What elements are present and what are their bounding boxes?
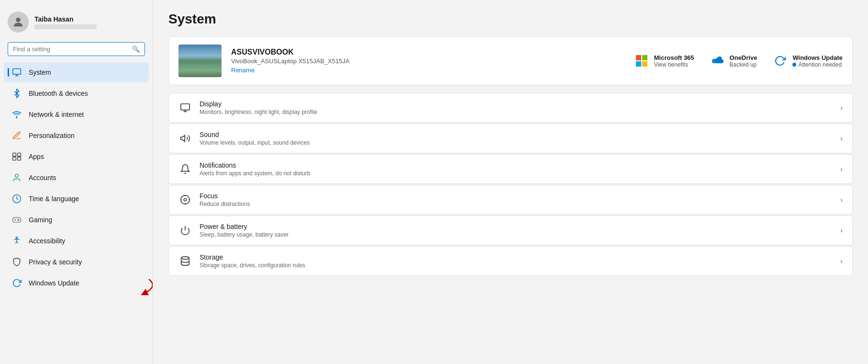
power-desc: Sleep, battery usage, battery saver: [200, 231, 833, 238]
gaming-icon: [11, 215, 22, 225]
settings-item-power[interactable]: Power & battery Sleep, battery usage, ba…: [168, 216, 853, 245]
power-info: Power & battery Sleep, battery usage, ba…: [200, 223, 833, 238]
accessibility-icon: [11, 236, 22, 246]
sidebar-item-apps[interactable]: Apps: [4, 147, 149, 167]
display-info: Display Monitors, brightness, night ligh…: [200, 100, 833, 115]
windows-update-service-icon: [772, 53, 788, 68]
focus-chevron: ›: [840, 196, 843, 204]
user-avatar-icon: [11, 15, 25, 29]
service-microsoft365[interactable]: Microsoft 365 View benefits: [634, 53, 694, 68]
sidebar-item-personalization[interactable]: Personalization: [4, 125, 149, 146]
user-email: [34, 24, 97, 29]
sidebar-item-accounts-label: Accounts: [29, 174, 56, 182]
sidebar-item-system[interactable]: System: [4, 62, 149, 82]
sidebar-item-accessibility-label: Accessibility: [29, 237, 65, 245]
microsoft365-name: Microsoft 365: [654, 54, 694, 61]
sidebar-item-time[interactable]: Time & language: [4, 189, 149, 209]
device-model: VivoBook_ASUSLaptop X515JAB_X515JA: [231, 57, 624, 65]
microsoft365-info: Microsoft 365 View benefits: [654, 54, 694, 68]
personalization-icon: [11, 130, 22, 141]
settings-list: Display Monitors, brightness, night ligh…: [168, 93, 853, 276]
sidebar-item-accessibility[interactable]: Accessibility: [4, 231, 149, 251]
settings-item-notifications[interactable]: Notifications Alerts from apps and syste…: [168, 154, 853, 184]
onedrive-name: OneDrive: [730, 54, 757, 61]
bluetooth-icon: [11, 88, 22, 99]
sidebar-item-network[interactable]: Network & internet: [4, 104, 149, 125]
onedrive-info: OneDrive Backed up: [730, 54, 757, 68]
sidebar-item-bluetooth[interactable]: Bluetooth & devices: [4, 83, 149, 103]
svg-point-23: [181, 257, 189, 260]
storage-info: Storage Storage space, drives, configura…: [200, 253, 833, 269]
sidebar-item-system-label: System: [29, 68, 51, 76]
display-desc: Monitors, brightness, night light, displ…: [200, 109, 833, 115]
svg-rect-14: [181, 104, 189, 110]
device-card: ASUSVIVOBOOK VivoBook_ASUSLaptop X515JAB…: [168, 36, 853, 85]
sidebar-item-privacy[interactable]: Privacy & security: [4, 252, 149, 272]
device-name: ASUSVIVOBOOK: [231, 48, 624, 57]
sound-title: Sound: [200, 131, 833, 138]
system-icon: [11, 67, 22, 78]
notifications-chevron: ›: [840, 165, 843, 173]
device-rename-link[interactable]: Rename: [231, 67, 255, 74]
page-title: System: [168, 11, 853, 27]
search-icon: 🔍: [132, 46, 140, 53]
sidebar-item-gaming[interactable]: Gaming: [4, 210, 149, 230]
sidebar-item-network-label: Network & internet: [29, 111, 84, 118]
windows-update-service-name: Windows Update: [792, 54, 843, 61]
windows-update-status: Attention needed: [792, 61, 843, 68]
search-box[interactable]: 🔍: [8, 42, 145, 56]
settings-item-storage[interactable]: Storage Storage space, drives, configura…: [168, 246, 853, 276]
network-icon: [11, 109, 22, 120]
focus-icon: [178, 193, 192, 206]
sidebar-item-update[interactable]: Windows Update: [4, 273, 149, 293]
attention-dot: [792, 63, 796, 67]
sidebar-item-privacy-label: Privacy & security: [29, 258, 82, 266]
main-content: System ASUSVIVOBOOK VivoBook_ASUSLaptop …: [153, 0, 868, 364]
svg-rect-9: [13, 217, 21, 222]
sound-info: Sound Volume levels, output, input, soun…: [200, 131, 833, 146]
sidebar-item-gaming-label: Gaming: [29, 216, 52, 224]
onedrive-icon: [710, 53, 725, 68]
svg-point-2: [16, 117, 17, 118]
svg-point-0: [16, 18, 20, 22]
search-input[interactable]: [13, 46, 128, 53]
settings-item-sound[interactable]: Sound Volume levels, output, input, soun…: [168, 124, 853, 153]
svg-point-11: [18, 220, 19, 221]
apps-icon: [11, 151, 22, 162]
avatar: [8, 11, 29, 33]
power-title: Power & battery: [200, 223, 833, 230]
sound-desc: Volume levels, output, input, sound devi…: [200, 139, 833, 146]
device-info: ASUSVIVOBOOK VivoBook_ASUSLaptop X515JAB…: [231, 48, 624, 74]
notifications-desc: Alerts from apps and system, do not dist…: [200, 170, 833, 177]
focus-title: Focus: [200, 192, 833, 200]
svg-point-7: [15, 174, 19, 178]
service-onedrive[interactable]: OneDrive Backed up: [710, 53, 757, 68]
sidebar-item-apps-label: Apps: [29, 153, 44, 160]
settings-item-display[interactable]: Display Monitors, brightness, night ligh…: [168, 93, 853, 123]
accounts-icon: [11, 172, 22, 183]
device-thumbnail: [178, 45, 222, 77]
sidebar: Taiba Hasan 🔍 System Bluetooth & devices: [0, 0, 153, 364]
power-icon: [178, 224, 192, 237]
focus-info: Focus Reduce distractions: [200, 192, 833, 207]
time-icon: [11, 193, 22, 204]
storage-title: Storage: [200, 253, 833, 261]
storage-icon: [178, 254, 192, 268]
storage-desc: Storage space, drives, configuration rul…: [200, 262, 833, 269]
sidebar-item-accounts[interactable]: Accounts: [4, 168, 149, 188]
sidebar-item-bluetooth-label: Bluetooth & devices: [29, 90, 88, 97]
service-windows-update[interactable]: Windows Update Attention needed: [772, 53, 843, 68]
windows-update-icon: [11, 278, 22, 288]
power-chevron: ›: [840, 227, 843, 234]
svg-rect-5: [13, 157, 16, 160]
sidebar-item-update-label: Windows Update: [29, 279, 79, 287]
storage-chevron: ›: [840, 257, 843, 265]
privacy-icon: [11, 257, 22, 267]
red-arrow-indicator: [120, 277, 153, 296]
sound-chevron: ›: [840, 135, 843, 142]
sidebar-item-time-label: Time & language: [29, 195, 79, 203]
display-title: Display: [200, 100, 833, 108]
notifications-info: Notifications Alerts from apps and syste…: [200, 161, 833, 177]
microsoft365-status: View benefits: [654, 61, 694, 68]
settings-item-focus[interactable]: Focus Reduce distractions ›: [168, 185, 853, 215]
